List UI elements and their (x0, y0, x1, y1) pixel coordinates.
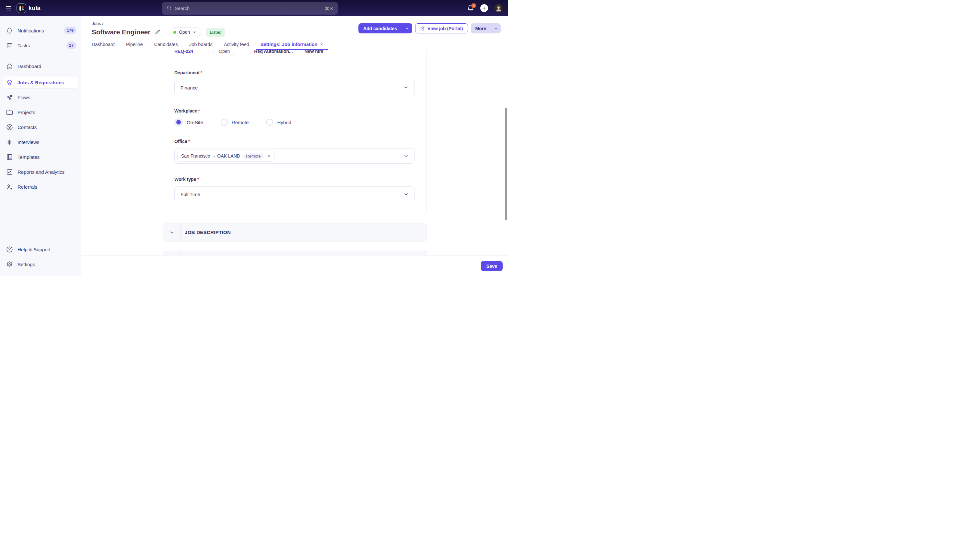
workplace-options: On-Site Remote Hybrid (174, 118, 415, 127)
tab-job-boards[interactable]: Job boards (189, 38, 213, 50)
settings-form-scroll-area: REQ-224 Open Req Automation... New hire … (81, 50, 508, 276)
status-dot-icon (173, 31, 176, 34)
chevron-down-icon (192, 30, 197, 34)
page-title: Software Engineer (92, 28, 150, 36)
menu-icon[interactable] (6, 6, 11, 10)
user-circle-icon (6, 124, 13, 131)
tasks-badge: 27 (67, 41, 76, 49)
view-job-portal-button[interactable]: View job (Portal) (415, 23, 468, 34)
add-candidates-button[interactable]: Add candidates (358, 23, 412, 34)
calendar-check-icon (6, 42, 13, 49)
chevron-down-icon (320, 42, 324, 46)
main-area: Jobs / Software Engineer Open Listed Add… (81, 16, 508, 276)
sidebar-item-settings[interactable]: Settings (0, 260, 81, 269)
office-multiselect[interactable]: San Francisco → OAK LAND Remote (174, 148, 415, 164)
sidebar-item-interviews[interactable]: Interviews (0, 137, 81, 147)
edit-title-icon[interactable] (155, 29, 161, 35)
global-search[interactable]: ⌘ K (162, 2, 338, 14)
remove-chip-icon[interactable] (267, 154, 270, 158)
chevron-down-icon (169, 230, 174, 235)
tab-candidates[interactable]: Candidates (154, 38, 178, 50)
chevron-down-icon (404, 85, 409, 90)
gear-icon (6, 261, 13, 268)
job-status-dropdown[interactable]: Open (169, 27, 201, 37)
job-information-card: REQ-224 Open Req Automation... New hire … (163, 50, 427, 214)
work-type-label: Work type* (174, 177, 415, 182)
sidebar-item-dashboard[interactable]: Dashboard (0, 62, 81, 71)
requisition-id[interactable]: REQ-224 (174, 50, 208, 54)
tab-new-hire[interactable]: New hire (305, 50, 323, 54)
radio-hybrid[interactable]: Hybrid (266, 119, 291, 126)
layers-icon (6, 79, 13, 86)
requisition-status-pill[interactable]: Open (213, 50, 235, 56)
user-arrow-icon (6, 184, 13, 190)
sidebar-item-tasks[interactable]: Tasks 27 (0, 41, 81, 50)
workplace-label: Workplace* (174, 108, 415, 113)
office-chip: San Francisco → OAK LAND Remote (177, 150, 275, 162)
external-link-icon (420, 26, 425, 31)
sidebar-item-flows[interactable]: Flows (0, 93, 81, 102)
tab-settings-job-information[interactable]: Settings: Job information (261, 38, 324, 50)
tab-dashboard[interactable]: Dashboard (92, 38, 115, 50)
chevron-down-icon (404, 153, 409, 158)
quick-add-button[interactable] (480, 4, 488, 12)
notifications-count-badge: 9 (471, 3, 477, 9)
sidebar-item-projects[interactable]: Projects (0, 108, 81, 117)
radio-on-site[interactable]: On-Site (174, 118, 203, 126)
vertical-scrollbar[interactable] (505, 108, 507, 220)
sidebar-item-contacts[interactable]: Contacts (0, 123, 81, 132)
tab-pipeline[interactable]: Pipeline (126, 38, 143, 50)
chart-icon (6, 169, 13, 176)
add-candidates-dropdown[interactable] (402, 23, 412, 34)
sidebar-item-jobs-requisitions[interactable]: Jobs & Requisitions (3, 77, 78, 88)
radio-selected-icon (174, 118, 183, 126)
divider (208, 50, 208, 57)
collapse-toggle[interactable] (163, 223, 180, 241)
sidebar-item-reports[interactable]: Reports and Analytics (0, 167, 81, 176)
audio-lines-icon (6, 139, 13, 145)
listed-badge: Listed (206, 28, 225, 37)
search-icon (167, 5, 172, 12)
chevron-down-icon (404, 191, 409, 197)
search-shortcut: ⌘ K (325, 6, 333, 11)
help-circle-icon (6, 246, 13, 253)
save-button[interactable]: Save (481, 261, 503, 271)
page-header: Jobs / Software Engineer Open Listed Add… (81, 16, 508, 50)
top-bar: kula ⌘ K 9 (0, 0, 508, 16)
office-chip-badge: Remote (243, 153, 264, 160)
bell-icon (6, 27, 13, 34)
tab-req-automation[interactable]: Req Automation... (254, 50, 293, 54)
brand-name: kula (29, 5, 40, 12)
folder-icon (6, 109, 13, 116)
department-select[interactable]: Finance (174, 80, 415, 95)
more-dropdown[interactable] (491, 23, 501, 34)
kula-logo-icon (16, 3, 26, 13)
notifications-bell-icon[interactable]: 9 (467, 5, 474, 12)
search-input[interactable] (175, 6, 322, 11)
section-title: JOB DESCRIPTION (185, 230, 231, 235)
work-type-select[interactable]: Full Time (174, 187, 415, 202)
radio-icon (266, 119, 273, 126)
office-label: Office* (174, 139, 415, 144)
sidebar-item-help-support[interactable]: Help & Support (0, 245, 81, 254)
user-avatar[interactable] (494, 4, 503, 13)
job-tabs: Dashboard Pipeline Candidates Job boards… (92, 38, 324, 50)
notebook-icon (6, 154, 13, 161)
tab-activity-feed[interactable]: Activity feed (224, 38, 249, 50)
sidebar-divider (0, 56, 81, 56)
home-icon (6, 63, 13, 70)
radio-icon (221, 119, 228, 126)
breadcrumb[interactable]: Jobs / (92, 21, 103, 26)
send-icon (6, 94, 13, 101)
job-description-section: JOB DESCRIPTION (163, 223, 427, 241)
more-button[interactable]: More (471, 23, 501, 34)
footer-bar: Save (81, 255, 508, 276)
sidebar-item-templates[interactable]: Templates (0, 152, 81, 161)
radio-remote[interactable]: Remote (221, 119, 249, 126)
notifications-badge: 179 (64, 27, 76, 34)
requisition-bar-clipped: REQ-224 Open Req Automation... New hire (174, 50, 415, 57)
sidebar-item-referrals[interactable]: Referrals (0, 182, 81, 191)
sidebar-item-notifications[interactable]: Notifications 179 (0, 26, 81, 35)
department-label: Department* (174, 70, 415, 75)
brand[interactable]: kula (16, 3, 40, 13)
